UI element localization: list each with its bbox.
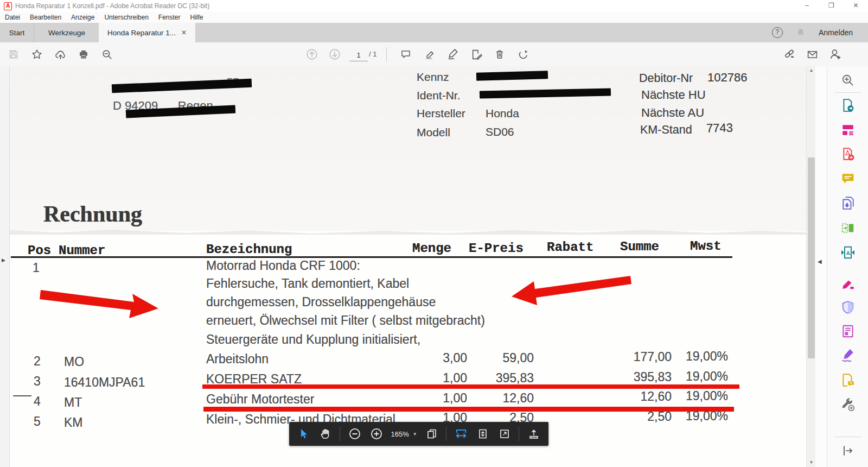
menu-bearbeiten[interactable]: Bearbeiten bbox=[25, 14, 66, 21]
row1-line2: Fehlersuche, Tank demontiert, Kabel bbox=[206, 276, 409, 291]
menu-anzeige[interactable]: Anzeige bbox=[66, 14, 99, 21]
zoom-level-control[interactable]: 165% ▼ bbox=[391, 430, 417, 438]
protect-shield-icon[interactable] bbox=[840, 300, 856, 315]
fill-sign-tool-icon[interactable] bbox=[840, 348, 856, 363]
menu-unterschreiben[interactable]: Unterschreiben bbox=[99, 14, 153, 21]
more-tools-icon[interactable] bbox=[840, 397, 856, 412]
menu-fenster[interactable]: Fenster bbox=[154, 14, 186, 21]
title-bar: A Honda Reparatur 1 Konzell.pdf - Adobe … bbox=[0, 0, 868, 12]
redact-marker-icon[interactable] bbox=[840, 276, 856, 291]
zoom-level-value: 165% bbox=[391, 430, 409, 438]
pdf-page: 57a D 94209 Regen Kennz Ident-Nr. Herste… bbox=[10, 66, 806, 467]
col-header-summe: Summe bbox=[620, 239, 659, 254]
show-toolbar-icon[interactable] bbox=[527, 427, 541, 441]
zoom-in-icon[interactable] bbox=[369, 427, 384, 441]
comment-icon[interactable] bbox=[398, 46, 414, 62]
page-number-input[interactable] bbox=[349, 49, 368, 61]
tab-werkzeuge[interactable]: Werkzeuge bbox=[34, 23, 100, 42]
fill-sign-icon[interactable] bbox=[445, 46, 461, 62]
tools-pane-collapse-icon[interactable]: ◀ bbox=[818, 258, 822, 264]
scroll-up-icon[interactable]: ▲ bbox=[807, 66, 816, 75]
ident-label: Ident-Nr. bbox=[417, 89, 461, 102]
email-icon[interactable] bbox=[804, 46, 820, 62]
content-area: ▶ 57a D 94209 Regen Kennz Ident-Nr. Hers… bbox=[0, 66, 868, 467]
combine-files-icon[interactable] bbox=[840, 195, 856, 211]
menu-datei[interactable]: Datei bbox=[0, 14, 25, 21]
print-icon[interactable] bbox=[75, 46, 92, 62]
cloud-upload-icon[interactable] bbox=[52, 46, 68, 62]
scroll-down-icon[interactable]: ▼ bbox=[807, 458, 816, 467]
next-page-icon[interactable] bbox=[327, 46, 343, 62]
kennz-label: Kennz bbox=[417, 71, 449, 84]
restore-button[interactable]: ❐ bbox=[819, 0, 844, 12]
share-link-icon[interactable] bbox=[781, 46, 797, 62]
account-add-icon[interactable] bbox=[827, 46, 843, 62]
row2-nummer: MO bbox=[64, 355, 84, 369]
row1-line4: erneuert, Ölwechsel mit Filter ( selbst … bbox=[206, 313, 485, 328]
page-total-label: / 1 bbox=[369, 50, 376, 58]
tab-document-label: Honda Reparatur 1... bbox=[107, 29, 176, 37]
scan-artifact-dash bbox=[13, 395, 31, 396]
table-header-rule bbox=[11, 256, 732, 258]
fit-page-icon[interactable] bbox=[476, 427, 490, 441]
row4-bezeichnung: Gebühr Motortester bbox=[206, 392, 314, 407]
tab-start[interactable]: Start bbox=[0, 23, 34, 42]
col-header-nummer: Nummer bbox=[59, 243, 105, 258]
search-icon[interactable] bbox=[99, 46, 115, 62]
edit-pdf-layout-icon[interactable] bbox=[840, 122, 856, 137]
fit-width-icon[interactable] bbox=[454, 427, 468, 441]
organize-pages-icon[interactable] bbox=[840, 220, 856, 236]
hand-pan-icon[interactable] bbox=[318, 427, 333, 441]
reset-rotate-icon[interactable] bbox=[515, 46, 531, 62]
debitor-value: 102786 bbox=[707, 71, 747, 85]
row2-epreis: 59,00 bbox=[470, 351, 534, 365]
col-header-epreis: E-Preis bbox=[469, 241, 524, 256]
row1-line1: Motorrad Honda CRF 1000: bbox=[206, 258, 360, 273]
tab-document[interactable]: Honda Reparatur 1... ✕ bbox=[99, 23, 195, 42]
open-tools-pane-icon[interactable] bbox=[840, 443, 856, 458]
edit-pdf-icon[interactable] bbox=[468, 46, 484, 62]
nav-pane-rail: ▶ bbox=[0, 66, 10, 467]
menu-hilfe[interactable]: Hilfe bbox=[186, 14, 208, 21]
tab-close-icon[interactable]: ✕ bbox=[181, 29, 187, 36]
row5-nummer: KM bbox=[64, 415, 83, 430]
prepare-form-icon[interactable] bbox=[840, 324, 856, 339]
highlighter-icon[interactable] bbox=[422, 46, 438, 62]
create-pdf-icon[interactable] bbox=[840, 147, 856, 162]
comment-tool-icon[interactable] bbox=[840, 171, 856, 186]
zoom-out-icon[interactable] bbox=[348, 427, 362, 441]
km-value: 7743 bbox=[706, 121, 733, 136]
row5-pos: 5 bbox=[34, 414, 41, 429]
row4-epreis: 12,60 bbox=[470, 391, 534, 406]
nav-pane-expand-icon[interactable]: ▶ bbox=[2, 257, 5, 263]
col-header-menge: Menge bbox=[412, 241, 451, 256]
km-label: KM-Stand bbox=[640, 123, 692, 137]
scrollbar-thumb[interactable] bbox=[808, 157, 815, 358]
row3-pos: 3 bbox=[34, 374, 41, 389]
compress-pdf-icon[interactable] bbox=[840, 245, 856, 260]
tools-sidebar bbox=[827, 66, 868, 467]
row4-nummer: MT bbox=[64, 395, 82, 410]
zoom-dropdown-caret-icon[interactable]: ▼ bbox=[413, 432, 417, 437]
request-signatures-icon[interactable] bbox=[840, 373, 856, 388]
help-icon[interactable]: ? bbox=[772, 27, 783, 38]
row2-pos: 2 bbox=[34, 354, 41, 369]
vertical-scrollbar[interactable]: ▲ ▼ bbox=[806, 66, 816, 467]
notifications-bell-icon[interactable] bbox=[796, 28, 806, 37]
row2-summe: 177,00 bbox=[596, 350, 672, 364]
au-label: Nächste AU bbox=[641, 106, 704, 120]
fullscreen-icon[interactable] bbox=[497, 427, 512, 441]
marquee-zoom-icon[interactable] bbox=[840, 73, 856, 88]
page-display-icon[interactable] bbox=[425, 427, 439, 441]
save-icon[interactable] bbox=[5, 46, 22, 62]
close-button[interactable]: ✕ bbox=[844, 0, 868, 12]
previous-page-icon[interactable] bbox=[304, 46, 320, 62]
sign-in-link[interactable]: Anmelden bbox=[819, 28, 853, 37]
delete-pages-icon[interactable] bbox=[492, 46, 508, 62]
star-favorites-icon[interactable] bbox=[29, 46, 45, 62]
export-pdf-icon[interactable] bbox=[840, 98, 856, 113]
select-cursor-icon[interactable] bbox=[297, 427, 311, 441]
adobe-acrobat-icon: A bbox=[4, 2, 12, 10]
row3-nummer: 16410MJPA61 bbox=[64, 375, 145, 390]
minimize-button[interactable]: – bbox=[795, 0, 819, 12]
